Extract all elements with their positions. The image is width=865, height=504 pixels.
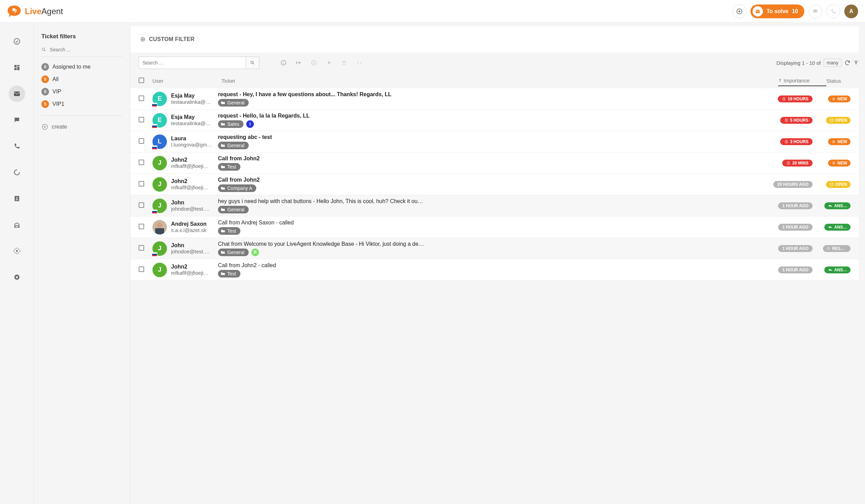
user-cell: John2 mfkaflf@jfioeji… [171,157,218,169]
category-tag[interactable]: General [218,206,249,213]
flag-icon [152,103,157,107]
nav-settings[interactable] [9,243,25,259]
filter-count: 0 [41,63,49,71]
nav-kb[interactable] [9,216,25,233]
plus-circle-icon [140,37,146,42]
row-checkbox[interactable] [139,95,144,101]
row-checkbox[interactable] [139,266,144,272]
to-solve-button[interactable]: To solve 10 [750,4,804,18]
nav-tickets[interactable] [9,85,25,102]
toolbar: Displaying 1 - 10 of many [130,52,862,73]
nav-extensions[interactable] [9,269,25,285]
spam-button[interactable] [326,59,332,66]
paging-total[interactable]: many [824,59,842,67]
folder-icon [221,165,225,169]
logo[interactable]: LiveAgent [7,5,63,18]
new-button[interactable] [733,4,746,18]
search-button[interactable] [246,57,259,69]
search-input[interactable] [139,57,246,69]
tag-badge: I [246,120,254,128]
time-pill: 3 HOURS [780,138,813,145]
chat-icon [813,9,818,14]
row-checkbox[interactable] [139,181,144,187]
nav-dashboard[interactable] [9,59,25,76]
avatar: J [152,156,171,170]
nav-analytics[interactable] [9,164,25,181]
info-button[interactable] [280,59,287,66]
ticket-row[interactable]: E Esja May testauralinka@… request - Hel… [130,110,859,131]
user-avatar[interactable]: A [844,4,858,18]
ticket-cell: request - Hello, la la la Regards, LL Sa… [218,113,768,128]
filter-item[interactable]: 5VIP1 [41,100,122,108]
select-all-checkbox[interactable] [139,78,144,83]
ticket-cell: Call from John2 - called Test [218,262,768,278]
category-tag[interactable]: Company A [218,184,256,192]
custom-filter-button[interactable]: CUSTOM FILTER [140,36,195,42]
user-cell: John johndoe@test.… [171,200,218,212]
ticket-row[interactable]: J John johndoe@test.… Chat from Welcome … [130,238,859,259]
filter-search-input[interactable] [50,47,122,52]
col-user[interactable]: User [152,78,221,84]
col-ticket[interactable]: Ticket [221,78,778,84]
filter-item[interactable]: 5All [41,75,122,83]
ticket-row[interactable]: J John2 mfkaflf@jfioeji… Call from John2… [130,259,859,281]
filter-bar: CUSTOM FILTER [130,26,859,52]
to-top-icon[interactable] [853,60,859,65]
time-pill: 1 HOUR AGO [778,224,813,231]
transfer-button[interactable] [295,59,302,66]
category-tag[interactable]: Sales [218,120,243,128]
info-icon [280,60,287,66]
filter-item[interactable]: 0Assigned to me [41,63,122,71]
row-checkbox[interactable] [139,117,144,122]
check-circle-icon [13,38,21,45]
svg-point-3 [14,39,20,44]
nav-check[interactable] [9,33,25,50]
nav-chat[interactable] [9,112,25,128]
search-icon [41,47,46,52]
svg-rect-4 [14,65,17,68]
resolve-button[interactable] [310,59,317,66]
ticket-row[interactable]: J John johndoe@test.… hey guys i need he… [130,195,859,216]
time-pill: 1 HOUR AGO [778,266,813,273]
category-tag[interactable]: Test [218,163,240,171]
chat-button[interactable] [808,4,822,18]
ticket-row[interactable]: E Esja May testauralinka@… request - Hey… [130,88,859,110]
search-box [139,57,259,69]
col-importance[interactable]: Importance [778,78,826,86]
row-checkbox[interactable] [139,160,144,165]
category-tag[interactable]: General [218,99,249,107]
nav-calls[interactable] [9,138,25,154]
nav-contacts[interactable] [9,190,25,207]
collapse-button[interactable] [356,59,363,66]
filter-search[interactable] [41,47,122,57]
category-tag[interactable]: General [218,249,249,256]
ticket-row[interactable]: L Laura l.luongova@gm… requesting abc - … [130,131,859,152]
filter-label: Assigned to me [52,64,90,70]
row-checkbox[interactable] [139,138,144,144]
status-cell: NEW [816,138,851,145]
filter-item[interactable]: 0VIP [41,88,122,95]
user-name: John2 [171,178,218,184]
row-checkbox[interactable] [139,224,144,229]
fire-icon [326,60,332,66]
ticket-row[interactable]: Andrej Saxon s.a.x.i@azet.sk Call from A… [130,216,859,238]
create-filter[interactable]: create [41,123,122,130]
loading-icon [13,169,21,176]
ticket-row[interactable]: J John2 mfkaflf@jfioeji… Call from John2… [130,152,859,174]
filter-count: 5 [41,75,49,83]
user-email: s.a.x.i@azet.sk [171,227,218,233]
ticket-row[interactable]: J John2 mfkaflf@jfioeji… Call from John2… [130,174,859,195]
svg-rect-6 [17,67,19,70]
category-tag[interactable]: General [218,142,249,149]
flag-icon [152,124,157,128]
phone-button[interactable] [826,4,840,18]
row-checkbox[interactable] [139,245,144,251]
user-email: johndoe@test.… [171,249,218,254]
col-status[interactable]: Status [826,78,854,84]
category-tag[interactable]: Test [218,227,240,235]
row-checkbox[interactable] [139,202,144,208]
refresh-icon[interactable] [844,60,851,66]
category-tag[interactable]: Test [218,270,240,278]
delete-button[interactable] [341,59,348,66]
time-cell: 1 HOUR AGO [768,266,813,273]
